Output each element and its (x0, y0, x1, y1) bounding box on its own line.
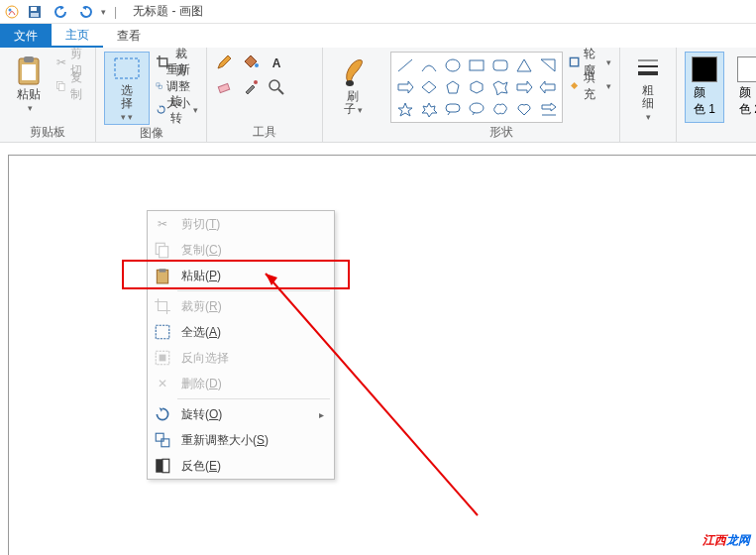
resize-icon (154, 431, 171, 449)
title-bar: ▾ | 无标题 - 画图 (0, 0, 756, 24)
svg-marker-27 (422, 81, 436, 93)
text-tool[interactable]: A (267, 52, 288, 73)
tab-file[interactable]: 文件 (0, 24, 52, 48)
qat-undo[interactable] (50, 1, 71, 23)
svg-rect-50 (156, 459, 162, 473)
ctx-cut[interactable]: ✂剪切(T) (148, 211, 334, 237)
select-button[interactable]: 选 择▾ (104, 52, 150, 125)
svg-marker-24 (517, 59, 531, 71)
copy-button[interactable]: 复制 (55, 75, 87, 97)
ribbon-tabs: 文件 主页 查看 (0, 24, 756, 48)
window-title: 无标题 - 画图 (133, 3, 203, 20)
qat-redo[interactable] (75, 1, 97, 23)
svg-marker-33 (398, 103, 412, 116)
svg-marker-26 (398, 81, 413, 93)
title-separator: | (114, 5, 117, 19)
svg-point-21 (446, 59, 460, 71)
svg-point-36 (470, 103, 484, 113)
svg-rect-6 (24, 56, 34, 62)
delete-icon: ✕ (154, 375, 171, 392)
shapes-gallery[interactable] (390, 52, 563, 123)
svg-point-19 (346, 80, 354, 86)
svg-rect-23 (493, 60, 507, 70)
svg-line-52 (266, 274, 478, 515)
group-brush: 刷子 (323, 48, 382, 142)
svg-rect-37 (570, 58, 578, 66)
fill-tool[interactable] (241, 52, 263, 73)
magnifier-tool[interactable] (267, 77, 288, 99)
svg-rect-7 (22, 64, 36, 80)
app-icon (4, 4, 20, 20)
group-label-tools: 工具 (215, 124, 314, 140)
svg-rect-45 (156, 325, 169, 339)
tab-view[interactable]: 查看 (103, 24, 155, 48)
svg-rect-3 (31, 7, 37, 11)
svg-rect-12 (159, 86, 162, 89)
scissors-icon: ✂ (154, 215, 171, 233)
svg-rect-4 (31, 13, 39, 17)
copy-icon (154, 241, 171, 259)
svg-rect-10 (115, 58, 139, 78)
ribbon: 粘贴 ✂剪切 复制 剪贴板 选 择▾ 裁剪 重新调整大小 旋转▾ 图像 (0, 48, 756, 143)
svg-point-13 (255, 63, 259, 67)
svg-rect-47 (160, 355, 166, 362)
svg-rect-9 (59, 84, 65, 91)
svg-marker-29 (471, 81, 483, 93)
invertcolor-icon (154, 457, 171, 475)
group-colors: 颜 色 1 颜 色 2 (677, 48, 756, 142)
fill-icon (569, 78, 580, 94)
invertsel-icon (154, 349, 171, 367)
annotation-arrow (260, 268, 487, 525)
thickness-button[interactable]: 粗 细▾ (628, 52, 668, 125)
svg-line-18 (278, 89, 283, 94)
eraser-tool[interactable] (215, 77, 237, 99)
svg-text:A: A (272, 56, 281, 70)
rotate-icon (154, 405, 171, 423)
svg-marker-34 (422, 103, 437, 117)
watermark: 江西龙网 (702, 532, 750, 549)
resize-icon (156, 78, 162, 94)
rotate-icon (156, 102, 166, 118)
group-label-image: 图像 (104, 125, 198, 141)
qat-save[interactable] (24, 1, 46, 23)
svg-point-16 (254, 80, 258, 84)
group-label-shapes: 形状 (390, 124, 611, 140)
svg-rect-48 (156, 433, 163, 441)
scissors-icon: ✂ (55, 55, 66, 70)
rotate-button[interactable]: 旋转▾ (156, 99, 198, 121)
crop-icon (154, 297, 171, 315)
svg-rect-22 (470, 60, 484, 70)
selectall-icon (154, 323, 171, 341)
svg-rect-49 (162, 439, 169, 447)
svg-rect-11 (157, 83, 160, 86)
svg-rect-35 (446, 104, 460, 112)
svg-marker-30 (493, 81, 507, 95)
svg-rect-51 (162, 459, 169, 473)
svg-line-20 (398, 59, 412, 71)
svg-point-17 (270, 80, 279, 90)
brush-button[interactable]: 刷子 (331, 52, 375, 120)
qat-dropdown[interactable]: ▾ (101, 7, 106, 17)
color1-button[interactable]: 颜 色 1 (685, 52, 724, 123)
outline-icon (569, 55, 580, 70)
svg-marker-25 (541, 59, 555, 71)
svg-rect-15 (218, 83, 229, 92)
svg-rect-42 (160, 247, 168, 258)
svg-marker-32 (540, 81, 555, 93)
pencil-tool[interactable] (215, 52, 237, 73)
svg-marker-31 (517, 81, 532, 93)
tab-home[interactable]: 主页 (52, 24, 103, 48)
group-shapes: 轮廓▾ 填充▾ 形状 (382, 48, 620, 142)
group-thickness: 粗 细▾ (620, 48, 677, 142)
copy-icon (55, 78, 66, 94)
group-tools: A 工具 (207, 48, 323, 142)
group-clipboard: 粘贴 ✂剪切 复制 剪贴板 (0, 48, 96, 142)
color2-button[interactable]: 颜 色 2 (730, 52, 756, 123)
shape-fill-button[interactable]: 填充▾ (569, 75, 611, 97)
picker-tool[interactable] (241, 77, 263, 99)
paste-button[interactable]: 粘贴 (8, 52, 50, 118)
group-label-clipboard: 剪贴板 (8, 124, 87, 140)
group-image: 选 择▾ 裁剪 重新调整大小 旋转▾ 图像 (96, 48, 207, 142)
svg-marker-28 (447, 81, 459, 93)
svg-point-1 (9, 8, 12, 11)
